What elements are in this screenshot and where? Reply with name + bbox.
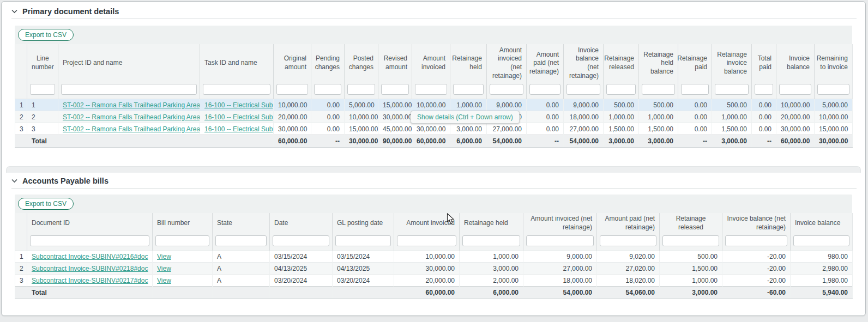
column-header[interactable]: Date [270, 213, 333, 251]
project-link[interactable]: ST-002 -- Ramona Falls Trailhead Parking… [63, 125, 200, 133]
column-filter-input[interactable] [314, 84, 341, 95]
column-header[interactable]: Original amount [274, 44, 311, 99]
column-header[interactable]: GL posting date [333, 213, 394, 251]
column-filter-input[interactable] [606, 84, 636, 95]
column-header[interactable]: Retainage held [450, 44, 487, 99]
chevron-down-icon[interactable] [11, 179, 17, 183]
table-cell: 5,000.00 [815, 99, 853, 111]
column-filter-input[interactable] [381, 84, 409, 95]
column-header[interactable]: Amount invoiced (net retainage) [487, 44, 527, 99]
table-row: 33ST-002 -- Ramona Falls Trailhead Parki… [15, 123, 853, 135]
column-header[interactable]: Invoice balance [791, 213, 853, 251]
task-link[interactable]: 16-100 -- Electrical Sub [204, 101, 273, 109]
table-cell: 10,000.00 [345, 111, 378, 123]
column-header[interactable]: Revised amount [378, 44, 412, 99]
panel-splitter[interactable] [6, 166, 861, 173]
table-cell: 3 [27, 123, 58, 135]
column-header-label: Date [270, 213, 332, 234]
column-header[interactable]: State [213, 213, 270, 251]
column-filter-input[interactable] [273, 235, 329, 246]
column-filter-input[interactable] [566, 84, 600, 95]
column-filter-input[interactable] [793, 235, 849, 246]
table-cell: 500.00 [604, 99, 639, 111]
row-selector[interactable]: 1 [15, 99, 27, 111]
document-link[interactable]: Subcontract Invoice-SUBINV#0218#doc [32, 265, 148, 272]
table-cell: 9,020.00 [597, 251, 660, 263]
column-header[interactable]: Amount paid (net retainage) [527, 44, 564, 99]
column-header[interactable]: Amount invoiced (net retainage) [523, 213, 597, 251]
view-link[interactable]: View [157, 277, 171, 284]
column-filter-input[interactable] [529, 84, 560, 95]
column-filter-input[interactable] [462, 235, 520, 246]
column-filter-input[interactable] [725, 235, 787, 246]
document-link[interactable]: Subcontract Invoice-SUBINV#0217#doc [32, 277, 148, 284]
chevron-down-icon[interactable] [11, 9, 17, 14]
row-selector[interactable]: 1 [15, 251, 27, 263]
primary-details-section-header[interactable]: Primary document details [11, 6, 119, 17]
column-filter-input[interactable] [415, 84, 447, 95]
column-header[interactable]: Invoice balance (net retainage) [722, 213, 791, 251]
column-header[interactable]: Amount paid (net retainage) [597, 213, 660, 251]
column-header-label: Bill number [153, 213, 212, 234]
column-header[interactable]: Invoice balance (net retainage) [564, 44, 604, 99]
column-filter-input[interactable] [30, 84, 55, 95]
column-header[interactable]: Retainage held [460, 213, 523, 251]
column-header[interactable]: Total paid [752, 44, 776, 99]
export-to-csv-button[interactable]: Export to CSV [18, 198, 74, 210]
total-row: Total60,000.00--30,000.0090,000.0060,000… [15, 135, 853, 148]
column-filter-input[interactable] [817, 84, 849, 95]
column-header[interactable]: Retainage released [660, 213, 722, 251]
column-header[interactable]: Pending changes [311, 44, 345, 99]
column-header[interactable]: Retainage paid [678, 44, 712, 99]
column-filter-input[interactable] [779, 84, 811, 95]
column-filter-input[interactable] [755, 84, 773, 95]
column-filter-input[interactable] [600, 235, 656, 246]
column-filter-input[interactable] [490, 84, 523, 95]
export-to-csv-button[interactable]: Export to CSV [18, 29, 74, 41]
column-filter-input[interactable] [347, 84, 375, 95]
row-selector[interactable]: 2 [15, 263, 27, 275]
task-link[interactable]: 16-100 -- Electrical Sub [204, 125, 273, 133]
column-header[interactable]: Remaining to invoice [815, 44, 853, 99]
column-filter-input[interactable] [215, 235, 267, 246]
total-cell: 54,000.00 [487, 135, 527, 148]
document-link[interactable]: Subcontract Invoice-SUBINV#0216#doc [32, 253, 148, 260]
column-filter-input[interactable] [203, 84, 270, 95]
task-link[interactable]: 16-100 -- Electrical Sub [204, 113, 273, 121]
column-header[interactable]: Task ID and name [200, 44, 274, 99]
view-link[interactable]: View [157, 265, 171, 272]
column-header[interactable]: Retainage invoice balance [712, 44, 752, 99]
project-link[interactable]: ST-002 -- Ramona Falls Trailhead Parking… [63, 113, 200, 121]
column-filter-input[interactable] [335, 235, 391, 246]
column-filter-input[interactable] [715, 84, 749, 95]
column-filter-input[interactable] [61, 84, 197, 95]
column-filter-input[interactable] [662, 235, 719, 246]
column-filter-input[interactable] [397, 235, 456, 246]
column-filter-input[interactable] [30, 235, 149, 246]
column-header[interactable]: Retainage held balance [639, 44, 678, 99]
column-header[interactable]: Invoice balance [776, 44, 815, 99]
column-filter-input[interactable] [642, 84, 675, 95]
column-filter-input[interactable] [681, 84, 709, 95]
column-header[interactable]: Project ID and name [58, 44, 200, 99]
table-cell: -20.00 [722, 251, 791, 263]
column-header[interactable]: Document ID [27, 213, 153, 251]
row-selector[interactable]: 2 [15, 111, 27, 123]
column-header[interactable]: Retainage released [604, 44, 639, 99]
project-link[interactable]: ST-002 -- Ramona Falls Trailhead Parking… [63, 101, 200, 109]
column-filter-input[interactable] [276, 84, 308, 95]
view-link[interactable]: View [157, 253, 171, 260]
table-cell: 03/20/2024 [333, 275, 394, 287]
column-filter-input[interactable] [155, 235, 209, 246]
column-filter-input[interactable] [526, 235, 594, 246]
column-header[interactable]: Amount invoiced [412, 44, 450, 99]
column-header[interactable]: Line number [27, 44, 58, 99]
column-filter-input[interactable] [453, 84, 484, 95]
column-header-label: Amount invoiced (net retainage) [487, 44, 526, 82]
column-header[interactable]: Bill number [153, 213, 213, 251]
table-cell: 03/15/2024 [333, 251, 394, 263]
row-selector[interactable]: 3 [15, 123, 27, 135]
row-selector[interactable]: 3 [15, 275, 27, 287]
column-header[interactable]: Posted changes [345, 44, 378, 99]
ap-bills-section-header[interactable]: Accounts Payable bills [11, 175, 108, 186]
